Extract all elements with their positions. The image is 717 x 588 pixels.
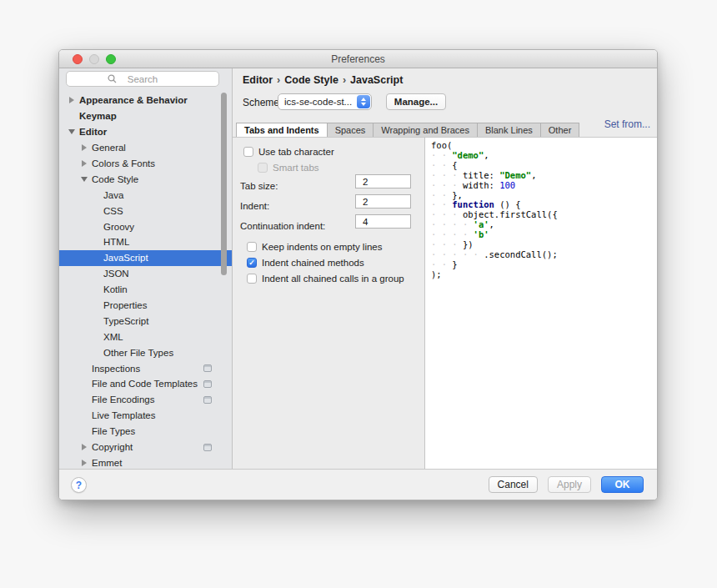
sidebar-item-label: Live Templates bbox=[92, 410, 156, 420]
sidebar-item-code-style[interactable]: Code Style bbox=[59, 171, 232, 187]
project-scope-icon bbox=[203, 444, 212, 451]
apply-button[interactable]: Apply bbox=[548, 476, 591, 493]
checkbox[interactable] bbox=[258, 163, 268, 173]
sidebar-item-label: Kotlin bbox=[103, 284, 128, 294]
sidebar-item-file-and-code-templates[interactable]: File and Code Templates bbox=[59, 376, 232, 392]
sidebar-item-label: File Types bbox=[92, 426, 135, 436]
sidebar-item-inspections[interactable]: Inspections bbox=[59, 360, 232, 376]
sidebar-item-live-templates[interactable]: Live Templates bbox=[59, 408, 232, 424]
tab-tabs-and-indents[interactable]: Tabs and Indents bbox=[236, 123, 328, 138]
search-input[interactable] bbox=[66, 71, 219, 87]
field-row-tab-size-: Tab size: bbox=[240, 181, 278, 191]
field-row-indent-: Indent: bbox=[240, 201, 269, 211]
option-row-indent-chained-methods: ✓Indent chained methods bbox=[247, 258, 364, 268]
field-label: Continuation indent: bbox=[240, 221, 325, 231]
chevron-right-icon[interactable] bbox=[80, 460, 88, 466]
sidebar-item-html[interactable]: HTML bbox=[59, 234, 232, 250]
chevron-down-icon[interactable] bbox=[80, 177, 88, 182]
chevron-right-icon[interactable] bbox=[80, 444, 88, 450]
checkbox[interactable]: ✓ bbox=[247, 258, 257, 268]
sidebar-item-label: File Encodings bbox=[92, 395, 154, 405]
breadcrumb-separator: › bbox=[277, 74, 280, 86]
field-row-continuation-indent-: Continuation indent: bbox=[240, 221, 325, 231]
sidebar-item-editor[interactable]: Editor bbox=[59, 124, 232, 140]
checkbox-label: Indent all chained calls in a group bbox=[262, 274, 404, 284]
sidebar-item-xml[interactable]: XML bbox=[59, 329, 232, 344]
chevron-right-icon[interactable] bbox=[68, 97, 75, 103]
tab-spaces[interactable]: Spaces bbox=[328, 123, 374, 138]
breadcrumb: Editor›Code Style›JavaScript bbox=[243, 74, 403, 86]
option-row-indent-all-chained-calls-in-a-group: Indent all chained calls in a group bbox=[247, 274, 404, 284]
tab-other[interactable]: Other bbox=[541, 123, 580, 138]
project-scope-icon bbox=[203, 364, 212, 372]
help-button[interactable]: ? bbox=[71, 477, 87, 493]
field-label: Tab size: bbox=[240, 181, 278, 191]
sidebar-item-typescript[interactable]: TypeScript bbox=[59, 313, 232, 329]
breadcrumb-part[interactable]: Code Style bbox=[284, 74, 338, 86]
sidebar-item-label: Properties bbox=[103, 300, 147, 310]
field-input[interactable] bbox=[355, 214, 411, 229]
title-bar[interactable]: Preferences bbox=[59, 50, 657, 68]
sidebar-item-label: Inspections bbox=[92, 364, 140, 374]
sidebar-item-label: Emmet bbox=[92, 458, 122, 468]
field-input[interactable] bbox=[355, 194, 411, 209]
code-line: ); bbox=[431, 270, 657, 280]
sidebar-item-copyright[interactable]: Copyright bbox=[59, 440, 232, 455]
sidebar-item-label: File and Code Templates bbox=[92, 379, 198, 389]
sidebar-item-appearance-behavior[interactable]: Appearance & Behavior bbox=[59, 93, 232, 108]
code-preview: foo(· · "demo",· · {· · · title: "Demo",… bbox=[424, 138, 657, 469]
chevron-right-icon[interactable] bbox=[80, 160, 88, 167]
scheme-selected-value: ics-se-code-st... bbox=[284, 97, 352, 107]
checkbox[interactable] bbox=[247, 274, 257, 284]
sidebar-item-label: Colors & Fonts bbox=[92, 158, 155, 168]
sidebar-item-css[interactable]: CSS bbox=[59, 203, 232, 219]
sidebar-item-json[interactable]: JSON bbox=[59, 266, 232, 282]
sidebar-item-label: JavaScript bbox=[103, 253, 148, 263]
checkbox-label: Smart tabs bbox=[273, 163, 319, 173]
sidebar-item-java[interactable]: Java bbox=[59, 187, 232, 203]
checkbox-label: Use tab character bbox=[258, 147, 334, 157]
sidebar-item-label: Copyright bbox=[92, 442, 133, 452]
sidebar-item-keymap[interactable]: Keymap bbox=[59, 108, 232, 124]
sidebar-item-properties[interactable]: Properties bbox=[59, 298, 232, 314]
option-row-use-tab-character: Use tab character bbox=[243, 147, 334, 157]
code-line: · · "demo", bbox=[431, 151, 657, 161]
code-line: · · · · · .secondCall(); bbox=[431, 250, 657, 260]
window-title: Preferences bbox=[59, 53, 657, 65]
checkbox-label: Indent chained methods bbox=[262, 258, 364, 268]
settings-tree: Appearance & BehaviorKeymapEditorGeneral… bbox=[59, 93, 232, 469]
cancel-button[interactable]: Cancel bbox=[489, 476, 538, 493]
sidebar-item-general[interactable]: General bbox=[59, 140, 232, 156]
sidebar-item-colors-fonts[interactable]: Colors & Fonts bbox=[59, 156, 232, 172]
checkbox[interactable] bbox=[247, 242, 257, 252]
sidebar-item-kotlin[interactable]: Kotlin bbox=[59, 282, 232, 298]
ok-button[interactable]: OK bbox=[601, 476, 644, 493]
breadcrumb-part[interactable]: Editor bbox=[243, 74, 273, 86]
sidebar-item-other-file-types[interactable]: Other File Types bbox=[59, 344, 232, 360]
chevron-right-icon[interactable] bbox=[80, 144, 88, 151]
sidebar-item-file-types[interactable]: File Types bbox=[59, 424, 232, 440]
tab-blank-lines[interactable]: Blank Lines bbox=[478, 123, 541, 138]
manage-button[interactable]: Manage... bbox=[386, 93, 446, 110]
sidebar-item-label: Appearance & Behavior bbox=[79, 95, 188, 105]
settings-sidebar: Appearance & BehaviorKeymapEditorGeneral… bbox=[59, 68, 233, 469]
tab-wrapping-and-braces[interactable]: Wrapping and Braces bbox=[374, 123, 478, 138]
set-from-link[interactable]: Set from... bbox=[604, 118, 650, 130]
sidebar-scrollbar[interactable] bbox=[221, 93, 227, 275]
checkbox[interactable] bbox=[243, 147, 253, 157]
code-style-tabs: Tabs and IndentsSpacesWrapping and Brace… bbox=[236, 123, 579, 138]
sidebar-item-label: Groovy bbox=[103, 222, 134, 232]
checkbox-label: Keep indents on empty lines bbox=[262, 242, 382, 252]
sidebar-item-file-encodings[interactable]: File Encodings bbox=[59, 392, 232, 408]
sidebar-item-label: HTML bbox=[103, 237, 129, 247]
sidebar-item-javascript[interactable]: JavaScript bbox=[59, 250, 232, 266]
sidebar-item-groovy[interactable]: Groovy bbox=[59, 219, 232, 234]
field-input[interactable] bbox=[355, 174, 411, 188]
chevron-down-icon[interactable] bbox=[68, 129, 75, 134]
scheme-label: Scheme: bbox=[243, 97, 282, 108]
code-line: · · } bbox=[431, 260, 657, 270]
stepper-arrows-icon[interactable] bbox=[357, 95, 370, 108]
sidebar-item-emmet[interactable]: Emmet bbox=[59, 455, 232, 469]
scheme-select[interactable]: ics-se-code-st... bbox=[278, 93, 372, 110]
breadcrumb-part[interactable]: JavaScript bbox=[350, 74, 403, 86]
